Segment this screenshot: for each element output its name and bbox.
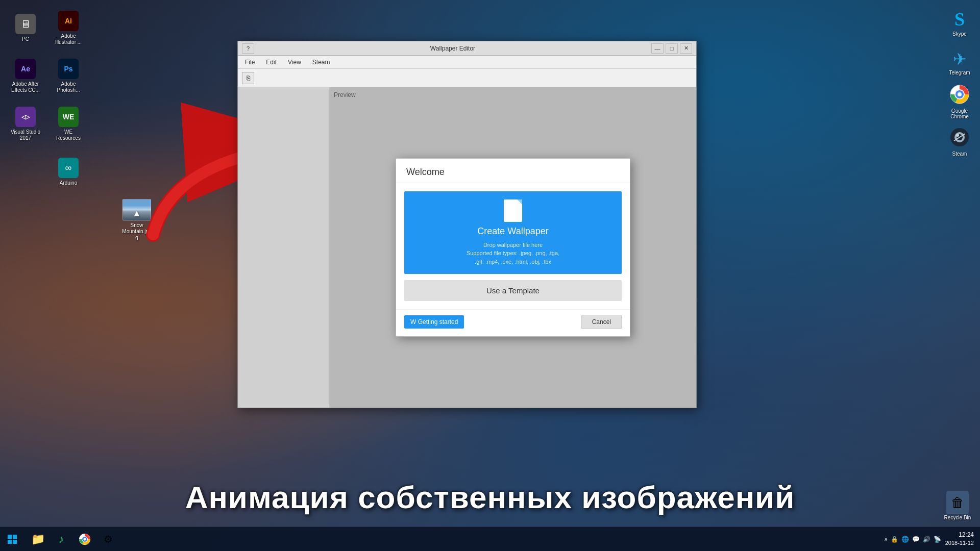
menu-view[interactable]: View xyxy=(283,58,306,67)
snow-mountain-thumbnail xyxy=(122,199,151,220)
desktop-icon-snow-mountain[interactable]: Snow Mountain.jpe g xyxy=(116,199,157,241)
window-title: Wallpaper Editor xyxy=(254,45,651,52)
taskbar-right: ∧ 🔒 🌐 💬 🔊 📡 12:24 2018-11-12 xyxy=(884,531,980,547)
create-wallpaper-label: Create Wallpaper xyxy=(477,226,548,237)
illustrator-label: Adobe Illustrator ... xyxy=(55,33,82,45)
taskbar-settings[interactable]: ⚙ xyxy=(97,528,119,550)
window-help-button[interactable]: ? xyxy=(242,43,254,54)
desktop-icon-after-effects[interactable]: Ae Adobe After Effects CC... xyxy=(5,53,46,99)
photoshop-label: Adobe Photosh... xyxy=(57,81,80,93)
drop-text: Drop wallpaper file here Supported file … xyxy=(467,241,559,266)
vs-icon: ◁▷ xyxy=(15,107,36,127)
window-menubar: File Edit View Steam xyxy=(238,56,696,69)
chrome-label: Google Chrome xyxy=(950,108,969,119)
tray-volume-icon[interactable]: 🔊 xyxy=(923,536,930,543)
we-icon: WE xyxy=(58,107,79,127)
tray-lock-icon: 🔒 xyxy=(891,536,898,543)
window-sidebar xyxy=(238,87,330,408)
window-maximize-button[interactable]: □ xyxy=(666,43,678,54)
taskbar-apps: 📁 ♪ ⚙ xyxy=(27,528,119,550)
desktop-icon-illustrator[interactable]: Ai Adobe Illustrator ... xyxy=(48,5,89,51)
pc-icon: 🖥 xyxy=(15,14,36,34)
desktop-icon-we-resources[interactable]: WE WE Resources xyxy=(48,101,89,147)
taskbar-file-explorer[interactable]: 📁 xyxy=(27,528,49,550)
after-effects-label: Adobe After Effects CC... xyxy=(11,81,40,93)
taskbar-tray-icons: ∧ 🔒 🌐 💬 🔊 📡 xyxy=(884,536,941,543)
we-label: WE Resources xyxy=(56,129,81,141)
tray-message-icon: 💬 xyxy=(912,536,920,543)
taskbar-clock: 12:24 2018-11-12 xyxy=(945,531,974,547)
taskbar-chrome[interactable] xyxy=(74,528,96,550)
telegram-label: Telegram xyxy=(949,70,970,76)
steam-icon-desktop[interactable]: Steam xyxy=(941,123,978,160)
skype-icon-desktop[interactable]: S Skype xyxy=(941,4,978,41)
vs-label: Visual Studio 2017 xyxy=(11,129,40,141)
window-toolbar: ⎘ xyxy=(238,69,696,87)
tray-network-icon: 🌐 xyxy=(901,536,909,543)
window-close-button[interactable]: ✕ xyxy=(680,43,692,54)
file-icon xyxy=(504,199,522,222)
cancel-button[interactable]: Cancel xyxy=(581,315,622,329)
window-main-area: Preview Welcome Create Wallpaper Drop wa… xyxy=(330,87,696,408)
steam-label: Steam xyxy=(952,151,967,157)
subtitle-text: Анимация собственных изображений xyxy=(0,479,980,515)
window-minimize-button[interactable]: — xyxy=(651,43,664,54)
recycle-bin-label: Recycle Bin xyxy=(944,515,971,520)
menu-steam[interactable]: Steam xyxy=(307,58,335,67)
svg-point-16 xyxy=(84,538,86,540)
use-template-button[interactable]: Use a Template xyxy=(404,280,622,301)
chrome-icon-desktop[interactable]: Google Chrome xyxy=(941,84,978,120)
svg-rect-9 xyxy=(8,535,12,539)
drop-wallpaper-text: Drop wallpaper file here xyxy=(483,242,543,248)
desktop-icon-pc[interactable]: 🖥 PC xyxy=(5,5,46,51)
clock-date: 2018-11-12 xyxy=(945,539,974,547)
arduino-label: Arduino xyxy=(60,180,77,186)
steam-glyph xyxy=(950,128,969,149)
getting-started-button[interactable]: W Getting started xyxy=(404,315,464,329)
dialog-body: Create Wallpaper Drop wallpaper file her… xyxy=(396,183,630,310)
svg-point-4 xyxy=(958,92,962,96)
window-titlebar[interactable]: ? Wallpaper Editor — □ ✕ xyxy=(238,41,696,56)
desktop-icon-arduino[interactable]: ∞ Arduino xyxy=(48,149,89,195)
dialog-overlay: Welcome Create Wallpaper Drop wallpaper … xyxy=(330,87,696,408)
arduino-icon: ∞ xyxy=(58,158,79,178)
desktop-icon-grid: 🖥 PC Ai Adobe Illustrator ... Ae Adobe A… xyxy=(5,5,89,195)
svg-rect-10 xyxy=(13,535,17,539)
skype-glyph: S xyxy=(954,9,965,30)
dialog-footer: W Getting started Cancel xyxy=(396,309,630,336)
tray-up-arrow[interactable]: ∧ xyxy=(884,536,888,542)
illustrator-icon: Ai xyxy=(58,11,79,31)
svg-rect-12 xyxy=(13,540,17,544)
photoshop-icon: Ps xyxy=(58,59,79,79)
taskbar-spotify[interactable]: ♪ xyxy=(50,528,72,550)
telegram-icon-desktop[interactable]: ✈ Telegram xyxy=(941,44,978,81)
desktop-icon-photoshop[interactable]: Ps Adobe Photosh... xyxy=(48,53,89,99)
telegram-glyph: ✈ xyxy=(953,49,967,69)
dialog-title: Welcome xyxy=(396,159,630,183)
skype-label: Skype xyxy=(952,31,967,37)
menu-file[interactable]: File xyxy=(240,58,260,67)
svg-point-8 xyxy=(956,134,959,137)
pc-label: PC xyxy=(22,36,29,42)
menu-edit[interactable]: Edit xyxy=(261,58,282,67)
svg-rect-11 xyxy=(8,540,12,544)
wallpaper-editor-window: ? Wallpaper Editor — □ ✕ File Edit View … xyxy=(237,41,697,408)
supported-types-text: Supported file types: .jpeg, .png, .tga,… xyxy=(467,250,559,265)
chrome-glyph xyxy=(950,85,969,106)
window-controls: — □ ✕ xyxy=(651,43,692,54)
system-icons-right: S Skype ✈ Telegram Google Chrome xyxy=(939,0,980,160)
welcome-dialog: Welcome Create Wallpaper Drop wallpaper … xyxy=(396,158,630,337)
start-button[interactable] xyxy=(0,527,24,552)
snow-mountain-label: Snow Mountain.jpe g xyxy=(122,222,151,241)
taskbar: 📁 ♪ ⚙ ∧ 🔒 🌐 💬 🔊 📡 12:24 2018-1 xyxy=(0,527,980,551)
tray-antenna-icon: 📡 xyxy=(934,536,941,543)
create-wallpaper-button[interactable]: Create Wallpaper Drop wallpaper file her… xyxy=(404,191,622,274)
window-body: Preview Welcome Create Wallpaper Drop wa… xyxy=(238,87,696,408)
clock-time: 12:24 xyxy=(945,531,974,539)
toolbar-copy-button[interactable]: ⎘ xyxy=(242,72,254,84)
desktop-icon-vs[interactable]: ◁▷ Visual Studio 2017 xyxy=(5,101,46,147)
after-effects-icon: Ae xyxy=(15,59,36,79)
